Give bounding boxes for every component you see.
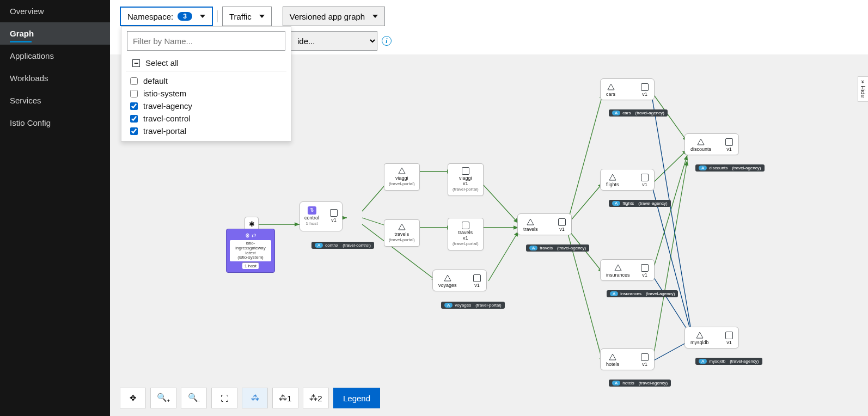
svg-marker-33	[527, 219, 534, 225]
svg-marker-39	[696, 332, 703, 338]
workload-icon	[558, 218, 566, 226]
gateway-label: istio-ingressgateway latest (istio-syste…	[230, 240, 271, 261]
namespace-item-default[interactable]: default	[121, 75, 291, 87]
badge-cars: Acars(travel-agency)	[609, 107, 668, 117]
checkbox[interactable]	[130, 115, 138, 123]
workload-icon	[462, 167, 469, 175]
gateway-icon: ⚙ ⇄	[245, 233, 256, 238]
namespace-dropdown-button[interactable]: Namespace: 3	[120, 7, 213, 26]
sidebar: Overview Graph Applications Workloads Se…	[0, 0, 110, 416]
badge-discounts: Adiscounts(travel-agency)	[695, 162, 765, 172]
topology-icon: ⁂	[309, 393, 317, 403]
svg-marker-38	[698, 139, 704, 145]
sidebar-item-applications[interactable]: Applications	[0, 45, 110, 67]
virtualservice-icon: ⇅	[308, 206, 316, 215]
zoom-in-button[interactable]: 🔍+	[150, 388, 176, 408]
layout-2-button[interactable]: ⁂ 2	[303, 388, 329, 408]
svg-line-15	[567, 232, 603, 363]
legend-button[interactable]: Legend	[333, 388, 380, 408]
svg-marker-30	[399, 168, 405, 174]
node-mysqldb[interactable]: mysqldb v1	[684, 327, 739, 348]
graph-toolbar: ✥ 🔍+ 🔍- ⛶ ⁂ ⁂ 1 ⁂ 2 Legend	[120, 388, 380, 408]
node-control[interactable]: ⇅ control1 host v1	[299, 201, 343, 231]
workload-icon	[641, 353, 649, 361]
control-wl-label: v1	[331, 218, 337, 223]
info-icon[interactable]: i	[382, 36, 392, 46]
sidebar-item-graph[interactable]: Graph	[0, 22, 110, 45]
workload-icon	[641, 264, 649, 272]
node-voyages[interactable]: voyages v1	[432, 270, 487, 291]
checkbox[interactable]	[130, 102, 138, 110]
node-discounts[interactable]: discounts v1	[684, 133, 739, 155]
node-cars[interactable]: cars v1	[600, 78, 655, 100]
toolbar-row-1: Namespace: 3 Traffic Versioned app graph	[110, 0, 868, 27]
graph-type-label: Versioned app graph	[290, 12, 365, 21]
svg-marker-35	[609, 174, 616, 180]
namespace-label: Namespace:	[127, 12, 173, 21]
collapse-icon: »	[860, 80, 866, 83]
topology-icon: ⁂	[251, 393, 259, 403]
node-travels-portal-wl[interactable]: travelsv1(travel-portal)	[448, 218, 484, 250]
service-icon	[609, 353, 616, 361]
badge-travels-agency: Atravels(travel-agency)	[526, 242, 589, 252]
workload-icon	[330, 209, 338, 217]
namespace-item-istio-system[interactable]: istio-system	[121, 87, 291, 100]
service-icon	[398, 223, 406, 231]
namespace-item-travel-control[interactable]: travel-control	[121, 112, 291, 125]
service-icon	[444, 274, 451, 282]
service-icon	[697, 138, 705, 146]
node-flights[interactable]: flights v1	[600, 169, 655, 191]
namespace-item-travel-portal[interactable]: travel-portal	[121, 125, 291, 141]
chevron-down-icon	[372, 15, 378, 18]
node-hotels[interactable]: hotels v1	[600, 348, 655, 370]
badge-control: Acontrol(travel-control)	[311, 240, 374, 249]
namespace-filter-input[interactable]	[127, 31, 285, 51]
sidebar-item-overview[interactable]: Overview	[0, 0, 110, 22]
sidebar-item-istio-config[interactable]: Istio Config	[0, 112, 110, 134]
traffic-dropdown-button[interactable]: Traffic	[222, 7, 272, 26]
workload-icon	[641, 83, 649, 91]
node-insurances[interactable]: insurances v1	[600, 259, 655, 281]
fit-icon: ⛶	[221, 394, 229, 403]
workload-icon	[473, 274, 481, 282]
workload-icon	[725, 332, 733, 339]
svg-line-23	[653, 161, 687, 359]
service-icon	[607, 83, 615, 91]
svg-line-21	[653, 150, 687, 183]
namespace-item-travel-agency[interactable]: travel-agency	[121, 100, 291, 112]
node-viaggi-wl[interactable]: viaggiv1(travel-portal)	[448, 163, 484, 196]
separator	[217, 10, 218, 22]
namespace-count-badge: 3	[178, 12, 192, 21]
node-travels-portal-svc[interactable]: travels(travel-portal)	[384, 219, 420, 247]
svg-marker-36	[615, 265, 621, 271]
svg-marker-34	[608, 84, 614, 90]
service-icon	[398, 167, 406, 175]
service-icon	[696, 332, 704, 339]
sidebar-item-workloads[interactable]: Workloads	[0, 67, 110, 89]
checkbox[interactable]	[130, 90, 138, 97]
node-travels-agency[interactable]: travels v1	[517, 213, 572, 235]
svg-marker-32	[444, 275, 451, 281]
gateway-hosts: 1 host	[242, 262, 259, 269]
hide-select[interactable]: ide...	[290, 31, 377, 51]
drag-button[interactable]: ✥	[120, 388, 146, 408]
workload-icon	[725, 138, 733, 146]
namespace-dropdown-panel: − Select all default istio-system travel…	[121, 26, 291, 142]
drag-icon: ✥	[130, 393, 137, 403]
checkbox[interactable]	[130, 127, 138, 135]
graph-type-dropdown-button[interactable]: Versioned app graph	[283, 7, 385, 26]
layout-1-button[interactable]: ⁂ 1	[272, 388, 298, 408]
node-istio-ingressgateway[interactable]: ⚙ ⇄ istio-ingressgateway latest (istio-s…	[226, 229, 275, 273]
chevron-down-icon	[259, 15, 265, 18]
workload-icon	[641, 174, 649, 181]
node-viaggi-svc[interactable]: viaggi(travel-portal)	[384, 163, 420, 191]
svg-marker-31	[399, 224, 405, 230]
namespace-select-all[interactable]: − Select all	[126, 55, 286, 71]
checkbox[interactable]	[130, 77, 138, 85]
zoom-in-icon: 🔍+	[157, 393, 170, 403]
zoom-out-button[interactable]: 🔍-	[181, 388, 207, 408]
fit-button[interactable]: ⛶	[211, 388, 237, 408]
sidebar-item-services[interactable]: Services	[0, 89, 110, 112]
hide-panel-tab[interactable]: » Hide	[858, 76, 868, 102]
layout-default-button[interactable]: ⁂	[242, 388, 268, 408]
